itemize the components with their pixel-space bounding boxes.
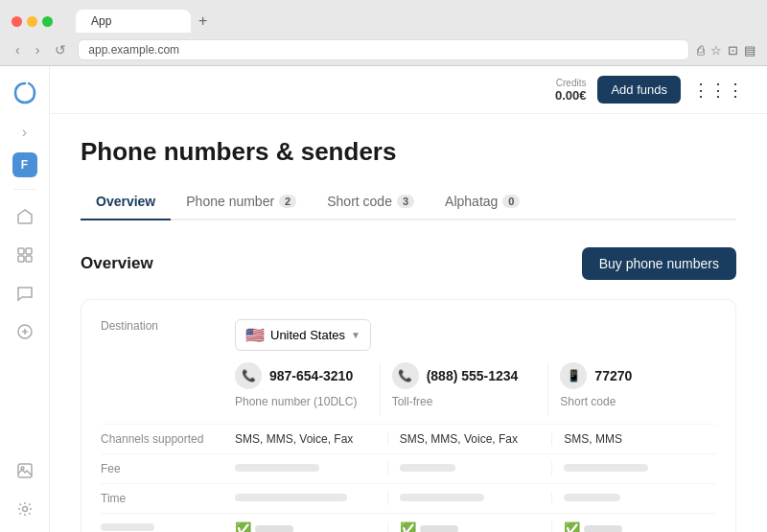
title-bar: App + xyxy=(0,0,767,35)
credits-section: Credits 0.00€ xyxy=(555,78,587,103)
tab-alphatag-badge: 0 xyxy=(502,195,520,208)
section-title: Overview xyxy=(81,254,153,273)
sidebar-item-chat[interactable] xyxy=(10,278,40,309)
close-button[interactable] xyxy=(12,16,22,27)
check-icon-shortcode: ✅ xyxy=(564,521,580,532)
fee-tollfree xyxy=(387,462,552,475)
tab-short-code[interactable]: Short code 3 xyxy=(312,186,430,219)
phone-display-10dlc: 📞 987-654-3210 xyxy=(235,362,380,389)
tab-overview[interactable]: Overview xyxy=(81,186,171,219)
country-name: United States xyxy=(270,328,345,342)
channels-values: SMS, MMS, Voice, Fax SMS, MMS, Voice, Fa… xyxy=(235,432,716,446)
extensions-icon[interactable]: ⊡ xyxy=(728,43,738,58)
tab-phone-label: Phone number xyxy=(186,194,274,209)
tab-alphatag-label: Alphatag xyxy=(445,194,498,209)
sidebar-item-add[interactable] xyxy=(10,316,40,347)
maximize-button[interactable] xyxy=(42,16,53,27)
avatar[interactable]: F xyxy=(12,152,37,177)
time-bar-10dlc xyxy=(235,494,347,501)
check-shortcode: ✅ xyxy=(551,521,716,532)
tab-phone-badge: 2 xyxy=(279,195,296,208)
section-header: Overview Buy phone numbers xyxy=(81,247,736,280)
share-icon[interactable]: ⎙ xyxy=(697,43,705,58)
sidebar-bottom xyxy=(10,455,40,524)
check-values: ✅ ✅ ✅ xyxy=(235,521,716,532)
add-funds-button[interactable]: Add funds xyxy=(597,76,681,104)
svg-rect-1 xyxy=(26,248,32,254)
fee-bar-tollfree xyxy=(400,464,456,472)
phone-type-shortcode: Short code xyxy=(560,395,705,408)
col-shortcode: 📱 77270 Short code xyxy=(547,362,716,416)
tab-shortcode-label: Short code xyxy=(327,194,392,209)
tab-shortcode-badge: 3 xyxy=(397,195,414,208)
minimize-button[interactable] xyxy=(27,16,37,27)
destination-select[interactable]: 🇺🇸 United States ▼ xyxy=(235,319,371,351)
tab-alphatag[interactable]: Alphatag 0 xyxy=(430,186,535,219)
sidebar-item-home[interactable] xyxy=(10,201,40,232)
traffic-lights xyxy=(12,16,53,27)
phone-icon-shortcode: 📱 xyxy=(560,362,587,389)
time-label: Time xyxy=(101,492,235,505)
fee-row: Fee xyxy=(101,453,716,483)
svg-rect-3 xyxy=(26,256,32,262)
sidebar-divider-1 xyxy=(13,189,36,190)
check-row-label-bar xyxy=(101,523,154,531)
phone-num-shortcode: 77270 xyxy=(594,368,632,383)
bookmark-icon[interactable]: ☆ xyxy=(710,43,722,58)
fee-bar-10dlc xyxy=(235,464,319,472)
browser-chrome: App + ‹ › ↺ app.example.com ⎙ ☆ ⊡ ▤ xyxy=(0,0,767,66)
phone-display-shortcode: 📱 77270 xyxy=(560,362,705,389)
logo-icon xyxy=(12,80,38,106)
channels-row: Channels supported SMS, MMS, Voice, Fax … xyxy=(101,424,716,453)
check-label-shortcode xyxy=(584,525,622,532)
phone-display-tollfree: 📞 (888) 555-1234 xyxy=(392,362,537,389)
check-row: ✅ ✅ ✅ xyxy=(101,513,716,532)
phone-icon-tollfree: 📞 xyxy=(392,362,419,389)
check-row-label xyxy=(101,521,235,532)
sidebar-item-image[interactable] xyxy=(10,455,40,486)
forward-button[interactable]: › xyxy=(32,40,44,59)
nav-bar: ‹ › ↺ app.example.com ⎙ ☆ ⊡ ▤ xyxy=(0,35,767,65)
phone-num-10dlc: 987-654-3210 xyxy=(269,368,353,383)
check-icon-tollfree: ✅ xyxy=(400,521,416,532)
refresh-button[interactable]: ↺ xyxy=(51,40,70,59)
address-bar[interactable]: app.example.com xyxy=(78,39,689,60)
credits-value: 0.00€ xyxy=(555,88,587,103)
tab-overview-label: Overview xyxy=(96,194,155,209)
grid-icon xyxy=(16,246,34,264)
check-10dlc: ✅ xyxy=(235,521,387,532)
phone-type-tollfree: Toll-free xyxy=(392,395,537,408)
home-icon xyxy=(16,208,34,225)
channels-label: Channels supported xyxy=(101,432,235,446)
col-10dlc: 📞 987-654-3210 Phone number (10DLC) xyxy=(235,362,380,416)
dropdown-arrow-icon: ▼ xyxy=(351,330,360,340)
browser-tab[interactable]: App xyxy=(76,10,191,33)
app-logo[interactable] xyxy=(10,78,40,108)
tab-bar: App + xyxy=(76,8,215,35)
tabs: Overview Phone number 2 Short code 3 Alp… xyxy=(81,186,736,220)
sidebar-expand-button[interactable]: › xyxy=(18,120,31,145)
time-10dlc xyxy=(235,492,387,505)
page-body: Phone numbers & senders Overview Phone n… xyxy=(50,114,767,532)
sidebar-icon[interactable]: ▤ xyxy=(744,43,755,58)
tab-phone-number[interactable]: Phone number 2 xyxy=(171,186,312,219)
nav-actions: ⎙ ☆ ⊡ ▤ xyxy=(697,43,755,58)
phone-type-10dlc: Phone number (10DLC) xyxy=(235,395,380,408)
channels-shortcode: SMS, MMS xyxy=(551,432,716,446)
channels-tollfree: SMS, MMS, Voice, Fax xyxy=(387,432,552,446)
new-tab-button[interactable]: + xyxy=(191,8,215,35)
fee-values xyxy=(235,462,716,475)
buy-phone-numbers-button[interactable]: Buy phone numbers xyxy=(582,247,736,280)
destination-row: Destination 🇺🇸 United States ▼ xyxy=(101,319,716,351)
flag-icon: 🇺🇸 xyxy=(245,326,265,344)
fee-10dlc xyxy=(235,462,387,475)
chat-icon xyxy=(16,285,34,302)
check-label-10dlc xyxy=(255,525,293,532)
phone-icon-10dlc: 📞 xyxy=(235,362,262,389)
apps-grid-icon[interactable]: ⋮⋮⋮ xyxy=(692,80,744,101)
fee-label: Fee xyxy=(101,462,235,475)
image-icon xyxy=(16,462,34,479)
sidebar-item-settings[interactable] xyxy=(10,494,40,524)
sidebar-item-grid[interactable] xyxy=(10,240,40,270)
back-button[interactable]: ‹ xyxy=(12,40,24,59)
